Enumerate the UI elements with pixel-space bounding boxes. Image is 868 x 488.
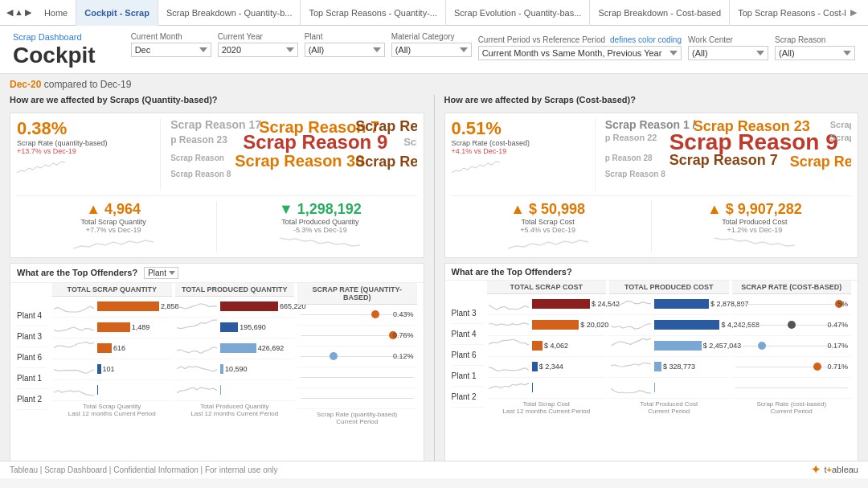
right-offenders-header: What are the Top Offenders? bbox=[445, 264, 858, 281]
sparkline bbox=[489, 358, 529, 374]
table-row bbox=[52, 380, 172, 401]
plant-filter: Plant (All) bbox=[305, 32, 385, 57]
work-center-filter: Work Center (All) bbox=[688, 35, 768, 60]
table-row: 0.12% bbox=[297, 347, 417, 367]
nav-tab[interactable]: Top Scrap Reasons - Cost-based bbox=[730, 0, 845, 26]
sparkline bbox=[54, 318, 94, 334]
table-row: 665,220 bbox=[175, 297, 295, 318]
r-footer-prod: Total Produced Cost bbox=[611, 400, 727, 408]
nav-arrow-up[interactable]: ▲ bbox=[14, 7, 23, 18]
current-month-select[interactable]: Dec bbox=[131, 43, 211, 57]
left-scrap-qty-change: +7.7% vs Dec-19 bbox=[17, 226, 210, 234]
right-scrap-cost-footer: Total Scrap Cost Last 12 months Current … bbox=[487, 399, 607, 416]
right-rate-sparkline bbox=[452, 158, 500, 174]
sparkline bbox=[177, 297, 217, 314]
nav-tab[interactable]: Cockpit - Scrap bbox=[76, 0, 158, 26]
filter-controls: Current Month Dec Current Year 2020 Plan… bbox=[131, 32, 855, 60]
right-scrap-cost-sparkline bbox=[508, 234, 588, 250]
left-produced-qty-change: -5.3% vs Dec-19 bbox=[223, 226, 416, 234]
table-row: 616 bbox=[52, 338, 172, 359]
bar bbox=[97, 343, 112, 353]
wc2-sr22: p Reason 22 bbox=[605, 133, 657, 142]
bar bbox=[532, 299, 590, 309]
table-row: $ 4,242,568 bbox=[609, 315, 729, 336]
breadcrumb[interactable]: Scrap Dashboard bbox=[13, 32, 96, 42]
material-category-filter: Material Category (All) bbox=[391, 32, 472, 57]
right-produced-cost-label: Total Produced Cost bbox=[658, 218, 851, 226]
bar bbox=[532, 320, 579, 330]
footer-prod-label: Total Produced Quantity bbox=[177, 403, 293, 410]
rate-value: 0.71% bbox=[827, 363, 848, 371]
r-footer-rate2: Current Period bbox=[734, 408, 850, 415]
left-section-header: How are we affected by Scraps (Quantity-… bbox=[10, 95, 424, 105]
plant-label: Plant bbox=[305, 32, 385, 41]
period-select[interactable]: Current Month vs Same Month, Previous Ye… bbox=[478, 46, 682, 60]
nav-arrow-right[interactable]: ▶ bbox=[25, 7, 31, 18]
bar bbox=[532, 362, 538, 371]
row-label: Plant 4 bbox=[452, 324, 484, 345]
left-offenders-dropdown[interactable]: Plant bbox=[144, 267, 178, 279]
table-row bbox=[175, 380, 295, 401]
page-footer: Tableau | Scrap Dashboard | Confidential… bbox=[0, 461, 868, 478]
row-label: Plant 2 bbox=[17, 389, 49, 410]
row-label: Plant 2 bbox=[452, 387, 484, 408]
bar-value: 195,690 bbox=[240, 323, 266, 331]
right-rate-footer: Scrap Rate (cost-based) Current Period bbox=[732, 399, 852, 416]
bar bbox=[220, 301, 278, 311]
left-produced-footer: Total Produced Quantity Last 12 months C… bbox=[175, 401, 295, 419]
plant-select[interactable]: (All) bbox=[305, 43, 385, 57]
page-title: Cockpit bbox=[13, 43, 96, 68]
current-year-select[interactable]: 2020 bbox=[218, 43, 298, 57]
period-filter: Current Period vs Reference Period defin… bbox=[478, 35, 682, 60]
nav-tab[interactable]: Scrap Evolution - Quantity-bas... bbox=[446, 0, 590, 26]
left-produced-qty-sparkline bbox=[280, 234, 360, 250]
current-year-label: Current Year bbox=[218, 32, 298, 41]
right-produced-footer: Total Produced Cost Current Period bbox=[609, 399, 729, 416]
nav-tab[interactable]: Scrap Breakdown - Quantity-b... bbox=[158, 0, 301, 26]
footer-qty-label: Total Scrap Quantity bbox=[54, 403, 170, 410]
right-rate-area: 0.51% Scrap Rate (cost-based) +4.1% vs D… bbox=[452, 118, 596, 191]
scrap-reason-select[interactable]: (All) bbox=[775, 46, 855, 60]
scrap-reason-label: Scrap Reason bbox=[775, 35, 855, 44]
nav-tabs: HomeCockpit - ScrapScrap Breakdown - Qua… bbox=[36, 0, 845, 26]
table-row bbox=[609, 378, 729, 399]
row-label: Plant 4 bbox=[17, 306, 49, 326]
table-row: 10,590 bbox=[175, 359, 295, 380]
row-label: Plant 6 bbox=[452, 345, 484, 366]
right-row-labels: Plant 3Plant 4Plant 6Plant 1Plant 2 bbox=[452, 281, 484, 416]
nav-arrows[interactable]: ◀ ▲ ▶ bbox=[6, 7, 31, 18]
table-row bbox=[297, 388, 417, 409]
nav-more-button[interactable]: ▶ bbox=[845, 7, 862, 18]
nav-tab[interactable]: Top Scrap Reasons - Quantity-... bbox=[301, 0, 446, 26]
bar bbox=[97, 322, 130, 332]
wc2-sr7: Scrap Reason 7 bbox=[669, 152, 778, 169]
bar bbox=[220, 322, 239, 332]
footer-prod2-label: Last 12 months Current Period bbox=[177, 410, 293, 417]
nav-tab[interactable]: Scrap Breakdown - Cost-based bbox=[590, 0, 730, 26]
nav-tab[interactable]: Home bbox=[36, 0, 76, 26]
sparkline bbox=[611, 358, 651, 374]
bar bbox=[532, 383, 533, 392]
bar-value: $ 20,020 bbox=[580, 321, 608, 329]
table-row: 0.17% bbox=[732, 336, 852, 357]
header-left: Scrap Dashboard Cockpit bbox=[13, 32, 96, 68]
material-category-select[interactable]: (All) bbox=[391, 43, 472, 57]
left-produced-qty-col: TOTAL PRODUCED QUANTITY 665,220195,69042… bbox=[175, 283, 295, 427]
left-offenders-section: What are the Top Offenders? Plant Plant … bbox=[10, 263, 424, 461]
sparkline bbox=[54, 339, 94, 355]
r-footer-cost2: Last 12 months Current Period bbox=[489, 408, 605, 415]
nav-arrow-left[interactable]: ◀ bbox=[6, 7, 13, 18]
bar-value: $ 328,773 bbox=[663, 363, 695, 371]
right-produced-cost-col: TOTAL PRODUCED COST $ 2,878,897$ 4,242,5… bbox=[609, 281, 729, 416]
wc-word-sr8: Scrap Reason 8 bbox=[170, 170, 231, 178]
right-scrap-cost-value: ▲ $ 50,998 bbox=[452, 201, 645, 218]
left-produced-qty-col-header: TOTAL PRODUCED QUANTITY bbox=[175, 283, 295, 297]
right-offenders-section: What are the Top Offenders? Plant 3Plant… bbox=[444, 263, 859, 461]
rate-dot bbox=[813, 363, 821, 371]
rate-dot bbox=[330, 352, 338, 360]
work-center-select[interactable]: (All) bbox=[688, 46, 768, 60]
left-total-produced-qty: ▼ 1,298,192 Total Produced Quantity -5.3… bbox=[217, 201, 416, 252]
color-coding-link[interactable]: defines color coding bbox=[610, 35, 682, 44]
bar bbox=[654, 299, 709, 309]
rate-value: 0.17% bbox=[827, 342, 848, 350]
